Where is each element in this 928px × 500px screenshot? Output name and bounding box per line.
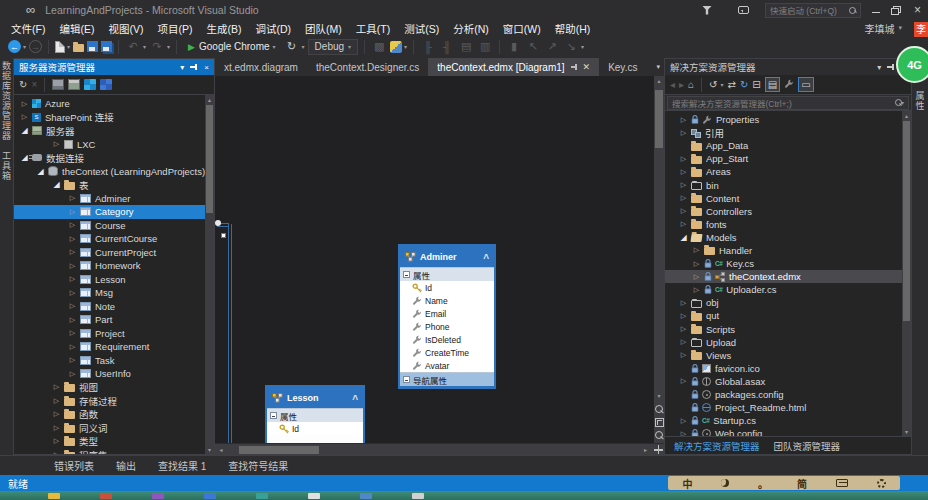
tree-item[interactable]: ▷Handler: [665, 244, 902, 257]
entity-section-header[interactable]: 属性: [400, 267, 494, 281]
moon-icon[interactable]: [721, 479, 729, 487]
back-icon[interactable]: ◂: [670, 79, 675, 90]
tree-item[interactable]: ▷Msg: [14, 286, 205, 300]
feedback-icon[interactable]: [738, 6, 749, 14]
preview-selected-items-icon[interactable]: ▭: [798, 77, 813, 92]
chevron-collapsed-icon[interactable]: ▷: [692, 286, 701, 294]
chevron-expanded-icon[interactable]: ◢: [36, 167, 45, 176]
entity-lesson[interactable]: Lesson^属性Id: [265, 385, 365, 443]
tree-item[interactable]: ▷obj: [665, 296, 902, 309]
redo-dropdown-icon[interactable]: ▾: [167, 43, 170, 50]
chevron-collapsed-icon[interactable]: ▷: [68, 262, 77, 270]
uncomment-icon[interactable]: ▥: [477, 39, 493, 55]
ime-toolbar[interactable]: 中 。 简: [668, 476, 900, 490]
chevron-collapsed-icon[interactable]: ▷: [52, 140, 61, 148]
tree-item[interactable]: ▷Note: [14, 300, 205, 314]
show-all-files-icon[interactable]: ▤: [765, 77, 780, 92]
scroll-up-icon[interactable]: ▴: [902, 112, 911, 119]
connect-to-azure-icon[interactable]: [84, 79, 96, 90]
chevron-collapsed-icon[interactable]: ▷: [679, 207, 688, 215]
undo-icon[interactable]: ↶: [125, 39, 141, 55]
outdent-icon[interactable]: ╢: [439, 39, 455, 55]
refresh-icon[interactable]: ↻: [19, 79, 27, 90]
tree-item[interactable]: ▷Project: [14, 327, 205, 341]
editor-vertical-scrollbar[interactable]: ▴ ▾: [654, 76, 664, 443]
menu-item[interactable]: 工具(T): [349, 21, 397, 36]
tree-item[interactable]: ▷qut: [665, 309, 902, 322]
tree-item[interactable]: ▷类型: [14, 435, 205, 449]
edmx-designer-canvas[interactable]: ▴ ▾ Adminer^属性IdNameEmailPhoneIsDeletedC…: [215, 76, 664, 443]
keyboard-icon[interactable]: [836, 479, 848, 487]
chevron-expanded-icon[interactable]: ◢: [20, 126, 29, 135]
tree-item[interactable]: packages.config: [665, 388, 902, 401]
chevron-collapsed-icon[interactable]: ▷: [20, 100, 29, 108]
chevron-collapsed-icon[interactable]: ▷: [52, 410, 61, 418]
tree-item[interactable]: ▷theContext.edmx: [665, 270, 902, 283]
stop-refresh-icon[interactable]: ×: [31, 79, 37, 90]
panel-tab[interactable]: 解决方案资源管理器: [668, 439, 766, 453]
tree-item[interactable]: ▷程序集: [14, 448, 205, 454]
tree-item[interactable]: ▷App_Start: [665, 152, 902, 165]
chevron-collapsed-icon[interactable]: ▷: [679, 181, 688, 189]
start-debugging-button[interactable]: ▶ Google Chrome ▾: [183, 40, 281, 53]
chevron-collapsed-icon[interactable]: ▷: [679, 430, 688, 436]
menu-item[interactable]: 项目(P): [150, 21, 199, 36]
chevron-collapsed-icon[interactable]: ▷: [679, 220, 688, 228]
properties-icon[interactable]: [784, 79, 794, 91]
chevron-collapsed-icon[interactable]: ▷: [68, 356, 77, 364]
minimize-button[interactable]: [865, 2, 886, 19]
chevron-collapsed-icon[interactable]: ▷: [692, 273, 701, 281]
tree-item[interactable]: ▷Properties: [665, 113, 902, 126]
connect-to-server-icon[interactable]: [68, 79, 80, 90]
tree-item[interactable]: App_Data: [665, 139, 902, 152]
autohide-tab[interactable]: 数据库资源管理器: [0, 61, 13, 141]
chevron-collapsed-icon[interactable]: ▷: [52, 424, 61, 432]
tree-item[interactable]: ▷UserInfo: [14, 367, 205, 381]
chevron-collapsed-icon[interactable]: ▷: [68, 370, 77, 378]
tree-item[interactable]: ▷Scripts: [665, 323, 902, 336]
filter-icon[interactable]: [702, 6, 712, 15]
save-icon[interactable]: [87, 41, 98, 52]
close-icon[interactable]: ✕: [583, 62, 591, 72]
solution-explorer-title-bar[interactable]: 解决方案资源管理器 ▾ ×: [665, 59, 911, 75]
tree-item[interactable]: ▷Web.config: [665, 427, 902, 436]
chevron-expanded-icon[interactable]: ◢: [20, 153, 29, 162]
new-file-dropdown-icon[interactable]: ▾: [67, 43, 70, 50]
chevron-collapsed-icon[interactable]: ▷: [679, 116, 688, 124]
tree-item[interactable]: ▷Controllers: [665, 205, 902, 218]
panel-tab[interactable]: 团队资源管理器: [768, 439, 847, 453]
entity-section-header[interactable]: 属性: [267, 408, 363, 422]
chevron-collapsed-icon[interactable]: ▷: [68, 221, 77, 229]
pin-icon[interactable]: [190, 63, 198, 71]
entity-property[interactable]: Phone: [400, 320, 494, 333]
sync-with-active-document-icon[interactable]: ↺: [709, 79, 717, 90]
tree-item[interactable]: ▷Global.asax: [665, 375, 902, 388]
menu-item[interactable]: 帮助(H): [548, 21, 598, 36]
tree-item[interactable]: ◢表: [14, 178, 205, 192]
tree-item[interactable]: ▷Azure: [14, 97, 205, 111]
entity-property[interactable]: Avatar: [400, 359, 494, 372]
refresh-browser-icon[interactable]: ↻: [284, 39, 300, 55]
taskbar-app-icon[interactable]: [360, 493, 372, 499]
undo-dropdown-icon[interactable]: ▾: [143, 43, 146, 50]
pan-icon[interactable]: [654, 445, 663, 454]
tree-item[interactable]: ▷Upload: [665, 336, 902, 349]
association-handle[interactable]: [221, 233, 226, 238]
chevron-collapsed-icon[interactable]: ▷: [68, 194, 77, 202]
close-button[interactable]: ×: [907, 2, 928, 19]
chevron-collapsed-icon[interactable]: ▷: [679, 417, 688, 425]
scroll-up-icon[interactable]: ▴: [657, 76, 660, 86]
tree-item[interactable]: ▷SharePoint 连接: [14, 111, 205, 125]
refresh-dropdown-icon[interactable]: ▾: [302, 43, 305, 50]
solution-configuration-select[interactable]: Debug ▾: [308, 39, 358, 55]
tab-overflow-icon[interactable]: ▾: [656, 63, 660, 71]
pin-icon[interactable]: [570, 63, 578, 71]
chevron-collapsed-icon[interactable]: ▷: [68, 235, 77, 243]
tree-item[interactable]: ▷引用: [665, 126, 902, 139]
bookmark-icon[interactable]: ▮: [506, 39, 522, 55]
menu-item[interactable]: 分析(N): [446, 21, 496, 36]
chevron-collapsed-icon[interactable]: ▷: [679, 351, 688, 359]
next-bookmark-icon[interactable]: ↗: [544, 39, 560, 55]
refresh-icon[interactable]: ↻: [740, 79, 748, 90]
chevron-collapsed-icon[interactable]: ▷: [679, 194, 688, 202]
